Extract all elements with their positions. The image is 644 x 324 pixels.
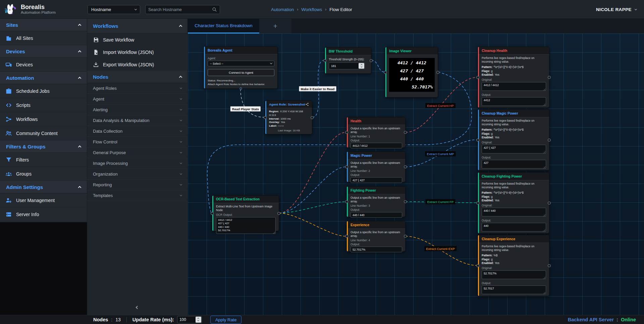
original-textarea[interactable]: 52.7017% [482,270,546,279]
apply-rate-button[interactable]: Apply Rate [210,316,242,324]
node-category-alerting[interactable]: Alerting [87,105,187,115]
output-textarea[interactable]: 52.7017 [482,285,546,294]
collapse-panel-button[interactable] [87,303,187,312]
category-label: Flow Control [93,139,117,144]
node-cleanup-fighting-power[interactable]: Cleanup Fighting Power Performs live reg… [478,172,549,234]
breadcrumb-workflows[interactable]: Workflows [301,7,322,12]
output-value[interactable] [351,247,402,252]
import-workflow-button[interactable]: Import Workflow (JSON) [87,46,187,58]
node-cleanup-magic-power[interactable]: Cleanup Magic Power Performs live regex-… [478,109,549,171]
node-health[interactable]: Health Output a specific line from an up… [346,117,406,148]
update-rate-input[interactable] [177,316,195,323]
panel-workflows-header[interactable]: Workflows [87,19,187,34]
output-value[interactable] [351,143,402,148]
node-magic-power[interactable]: Magic Power Output a specific line from … [346,151,406,182]
output-handle[interactable] [239,87,242,90]
search-icon[interactable] [212,7,217,12]
node-description: Performs live regex-based find/replace o… [482,245,546,252]
node-title: Cleanup Health [478,47,549,55]
code-icon [5,102,12,109]
people-icon [5,130,12,137]
threshold-input[interactable] [329,63,358,69]
export-workflow-button[interactable]: Export Workflow (JSON) [87,58,187,71]
node-category-organization[interactable]: Organization [87,169,187,180]
node-experience[interactable]: Experience Output a specific line from a… [346,221,406,252]
node-category-general-purpose[interactable]: General Purpose [87,147,187,158]
flow-canvas[interactable]: Borealis Agent Agent: -- Select -- Conne… [188,34,644,315]
node-category-data-collection[interactable]: Data Collection [87,126,187,137]
node-category-reporting[interactable]: Reporting [87,180,187,190]
user-menu[interactable]: NICOLE RAPPE [596,0,637,19]
ocr-output-textarea[interactable]: 4412 / 4412 427 { 427 440 / 440 52.7017% [216,217,276,234]
chevron-down-icon [635,8,637,10]
node-agent-role-screenshot[interactable]: Agent Role: Screenshot Region:X:200 Y:41… [265,101,312,134]
section-sites[interactable]: Sites [0,19,87,31]
node-borealis-agent[interactable]: Borealis Agent Agent: -- Select -- Conne… [204,46,278,89]
tab-character-status-breakdown[interactable]: Character Status Breakdown [188,19,259,34]
sidebar-item-devices[interactable]: Devices [0,58,87,72]
sidebar-item-label: User Management [16,198,55,203]
node-cleanup-experience[interactable]: Cleanup Experience Performs live regex-b… [478,235,549,296]
node-accent [478,110,479,170]
output-textarea[interactable]: 427 [482,160,546,169]
number-spinner[interactable] [359,63,364,69]
line-number: Line Number: 2 [351,169,402,173]
sidebar-item-user-management[interactable]: User Management [0,193,87,207]
node-category-image-processing[interactable]: Image Processing [87,158,187,169]
update-rate-input-wrap [177,316,202,323]
category-label: Organization [93,172,118,177]
connect-to-agent-button[interactable]: Connect to Agent [208,69,274,76]
number-spinner[interactable] [196,317,201,323]
sidebar-item-scheduled-jobs[interactable]: Scheduled Jobs [0,84,87,98]
node-ocr-text-extraction[interactable]: OCR-Based Text Extraction Extract Multi-… [212,195,279,231]
node-bw-threshold[interactable]: BW Threshold Threshold Strength (0–255): [325,47,371,74]
output-textarea[interactable]: 440 [482,223,546,232]
breadcrumb-automation[interactable]: Automation [271,7,294,12]
section-devices[interactable]: Devices [0,45,87,58]
original-textarea[interactable]: 427 { 427 [482,145,546,153]
sidebar-item-community-content[interactable]: Community Content [0,126,87,140]
node-category-flow-control[interactable]: Flow Control [87,137,187,147]
original-textarea[interactable]: 440 / 440 [482,208,546,216]
section-admin-settings[interactable]: Admin Settings [0,181,87,193]
sidebar-item-workflows[interactable]: Workflows [0,112,87,126]
node-fighting-power[interactable]: Fighting Power Output a specific line fr… [346,186,406,217]
agent-select[interactable]: -- Select -- [208,61,274,66]
save-workflow-button[interactable]: Save Workflow [87,34,187,46]
output-value[interactable] [351,212,402,218]
colon-separator: : [616,317,618,322]
sidebar-item-filters[interactable]: Filters [0,153,87,167]
node-category-agent[interactable]: Agent [87,94,187,105]
colon-separator: : [111,317,112,322]
add-tab-button[interactable]: + [259,19,291,34]
panel-nodes-header[interactable]: Nodes [87,71,187,83]
agent-select-value: -- Select -- [210,62,223,65]
node-cleanup-health[interactable]: Cleanup Health Performs live regex-based… [478,47,549,108]
node-category-templates[interactable]: Templates [87,190,187,201]
filter-icon [5,156,12,163]
node-category-data-analysis[interactable]: Data Analysis & Manipulation [87,115,187,126]
chevron-up-icon [78,23,82,27]
output-value[interactable] [351,177,402,183]
export-icon [93,62,99,68]
section-filters-groups[interactable]: Filters & Groups [0,140,87,153]
hostname-select[interactable]: Hostname [88,5,140,14]
breadcrumb-separator: › [297,7,298,12]
original-label: Original: [482,141,546,144]
node-image-viewer[interactable]: Image Viewer 4412 / 4412 427 / 427 440 /… [385,47,438,98]
threshold-input-wrap [329,62,365,69]
share-icon[interactable] [305,103,309,106]
save-icon [93,37,99,43]
sidebar-item-scripts[interactable]: Scripts [0,98,87,112]
original-label: Original: [482,266,546,270]
output-textarea[interactable]: 4412 [482,97,546,106]
sidebar-item-groups[interactable]: Groups [0,167,87,181]
pattern-row: Pattern:^\s*(\d+)[^0-9]+(\d+)\s*$ [482,128,546,132]
search-input[interactable] [148,7,212,12]
devices-icon [5,61,12,68]
sidebar-item-all-sites[interactable]: All Sites [0,31,87,45]
section-automation[interactable]: Automation [0,72,87,84]
node-category-agent-roles[interactable]: Agent Roles [87,83,187,94]
original-textarea[interactable]: 4412 / 4412 [482,82,546,91]
sidebar-item-server-info[interactable]: Server Info [0,207,87,221]
